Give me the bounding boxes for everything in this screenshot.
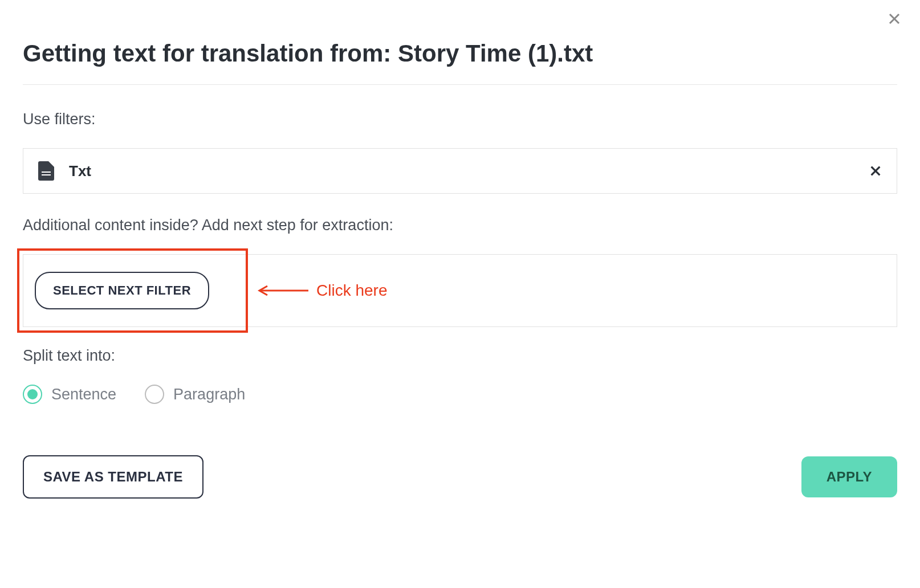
document-icon [38,161,54,181]
apply-button[interactable]: APPLY [801,456,897,497]
radio-paragraph[interactable]: Paragraph [145,385,245,404]
split-label: Split text into: [23,347,897,365]
filter-item: Txt [23,148,897,194]
save-as-template-button[interactable]: SAVE AS TEMPLATE [23,455,203,499]
close-icon [869,165,882,177]
filter-name: Txt [69,162,869,180]
divider [23,84,897,85]
radio-sentence[interactable]: Sentence [23,385,116,404]
radio-icon [145,385,164,404]
footer: SAVE AS TEMPLATE APPLY [23,455,897,499]
close-button[interactable] [886,10,903,27]
next-step-label: Additional content inside? Add next step… [23,217,897,234]
radio-icon [23,385,42,404]
arrow-left-icon [257,285,308,296]
dialog-title: Getting text for translation from: Story… [23,40,897,67]
radio-label: Sentence [51,386,116,403]
close-icon [888,12,901,26]
annotation-arrow: Click here [257,281,387,300]
remove-filter-button[interactable] [869,165,882,177]
use-filters-label: Use filters: [23,111,897,128]
radio-label: Paragraph [173,386,245,403]
split-radio-group: Sentence Paragraph [23,385,897,404]
select-next-filter-button[interactable]: SELECT NEXT FILTER [35,272,209,309]
annotation-text: Click here [316,281,387,300]
next-step-container: SELECT NEXT FILTER Click here [23,254,897,327]
